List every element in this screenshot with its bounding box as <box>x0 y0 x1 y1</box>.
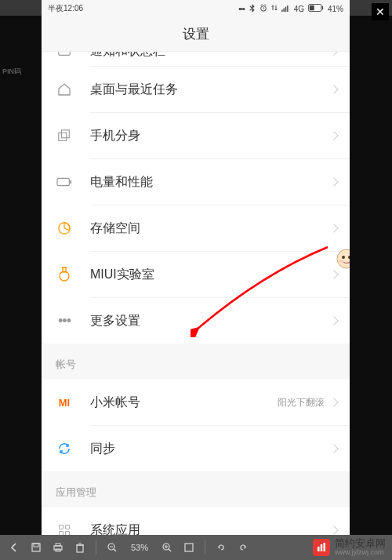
svg-rect-8 <box>59 52 70 55</box>
network-label: 4G <box>294 5 304 13</box>
chevron-right-icon <box>329 444 338 453</box>
battery-label: 41% <box>328 5 343 13</box>
rotate-left-icon[interactable] <box>215 541 227 554</box>
watermark: 简约安卓网 www.jylzwj.com <box>313 538 386 557</box>
svg-rect-10 <box>59 133 67 140</box>
mascot-sticker <box>334 248 350 275</box>
signal-icon <box>281 5 290 13</box>
print-icon[interactable] <box>52 541 64 554</box>
back-icon[interactable] <box>8 541 20 554</box>
notification-icon <box>56 52 73 60</box>
flask-icon <box>56 266 73 283</box>
row-label: 电量和性能 <box>90 174 331 191</box>
page-title: 设置 <box>183 25 209 43</box>
svg-point-15 <box>60 271 69 281</box>
data-icon <box>271 4 278 13</box>
watermark-title: 简约安卓网 <box>335 538 386 549</box>
chevron-right-icon <box>329 85 338 93</box>
mi-logo-icon: MI <box>56 394 73 411</box>
svg-rect-31 <box>185 544 193 551</box>
copy-icon <box>56 127 73 144</box>
svg-rect-17 <box>62 267 67 269</box>
watermark-url: www.jylzwj.com <box>335 549 386 557</box>
row-label: 小米帐号 <box>90 395 278 411</box>
row-system-apps[interactable]: 系统应用 <box>42 507 350 535</box>
row-mi-account[interactable]: MI 小米帐号 阳光下翻滚 <box>42 380 350 425</box>
close-icon: ✕ <box>376 5 385 18</box>
svg-rect-7 <box>322 6 323 10</box>
row-desktop-recent[interactable]: 桌面与最近任务 <box>42 67 350 112</box>
alarm-icon <box>260 4 267 13</box>
svg-rect-26 <box>56 544 60 546</box>
svg-rect-33 <box>321 544 323 551</box>
status-time: 半夜12:06 <box>48 3 83 14</box>
svg-rect-12 <box>57 178 69 185</box>
battery-icon <box>308 4 324 13</box>
row-storage[interactable]: 存储空间 <box>42 205 350 251</box>
bluetooth-icon <box>249 4 256 14</box>
zoom-in-icon[interactable] <box>161 541 173 554</box>
save-icon[interactable] <box>30 541 42 554</box>
apps-grid-icon <box>56 522 73 535</box>
zoom-percentage[interactable]: 53% <box>128 543 151 552</box>
row-label: 系统应用 <box>90 522 331 536</box>
row-label: 手机分身 <box>90 128 331 144</box>
chevron-right-icon <box>329 131 338 140</box>
row-label: 桌面与最近任务 <box>90 82 331 98</box>
delete-icon[interactable] <box>74 541 86 554</box>
row-notifications[interactable]: 通知和状态栏 <box>42 52 350 66</box>
svg-rect-32 <box>318 547 320 551</box>
chevron-right-icon <box>329 398 338 406</box>
chevron-right-icon <box>329 177 338 186</box>
phone-screenshot: 半夜12:06 ••• 4G 41% 设置 <box>42 0 350 535</box>
section-account: 帐号 <box>42 344 350 380</box>
left-thumbnail-label: PIN码 <box>2 67 21 77</box>
svg-point-19 <box>342 256 345 259</box>
chevron-right-icon <box>329 224 338 232</box>
rotate-right-icon[interactable] <box>237 541 249 554</box>
row-label: MIUI实验室 <box>90 267 331 283</box>
row-battery-perf[interactable]: 电量和性能 <box>42 159 350 205</box>
svg-rect-4 <box>287 5 288 11</box>
row-value: 阳光下翻滚 <box>278 396 325 409</box>
sync-icon <box>56 440 73 457</box>
row-second-space[interactable]: 手机分身 <box>42 113 350 158</box>
row-label: 同步 <box>90 441 331 457</box>
svg-rect-28 <box>77 545 83 552</box>
battery-perf-icon <box>56 173 73 191</box>
svg-rect-13 <box>70 180 71 184</box>
svg-point-21 <box>339 260 343 263</box>
chevron-right-icon <box>329 52 338 56</box>
watermark-icon <box>313 539 330 556</box>
settings-list[interactable]: 通知和状态栏 桌面与最近任务 手机分身 电量和性能 <box>42 52 350 535</box>
svg-rect-1 <box>281 9 282 12</box>
close-button[interactable]: ✕ <box>372 3 389 20</box>
row-more-settings[interactable]: ••• 更多设置 <box>42 298 350 344</box>
storage-icon <box>56 220 73 237</box>
svg-rect-3 <box>285 6 285 11</box>
chevron-right-icon <box>329 316 338 325</box>
more-indicator: ••• <box>238 5 245 13</box>
chevron-right-icon <box>329 525 338 534</box>
section-app-management: 应用管理 <box>42 471 350 507</box>
svg-rect-34 <box>324 543 326 551</box>
svg-rect-11 <box>61 130 69 138</box>
row-label: 存储空间 <box>90 220 331 237</box>
row-label: 通知和状态栏 <box>90 52 331 60</box>
fit-icon[interactable] <box>183 541 195 554</box>
status-indicators: ••• 4G 41% <box>238 4 343 14</box>
row-miui-lab[interactable]: MIUI实验室 <box>42 252 350 297</box>
row-label: 更多设置 <box>90 313 331 329</box>
svg-rect-2 <box>283 8 284 12</box>
status-bar: 半夜12:06 ••• 4G 41% <box>42 0 350 17</box>
svg-rect-6 <box>310 5 314 10</box>
page-header: 设置 <box>42 17 350 52</box>
home-icon <box>56 81 73 98</box>
row-sync[interactable]: 同步 <box>42 426 350 471</box>
more-icon: ••• <box>56 312 73 329</box>
zoom-out-icon[interactable] <box>106 541 118 554</box>
